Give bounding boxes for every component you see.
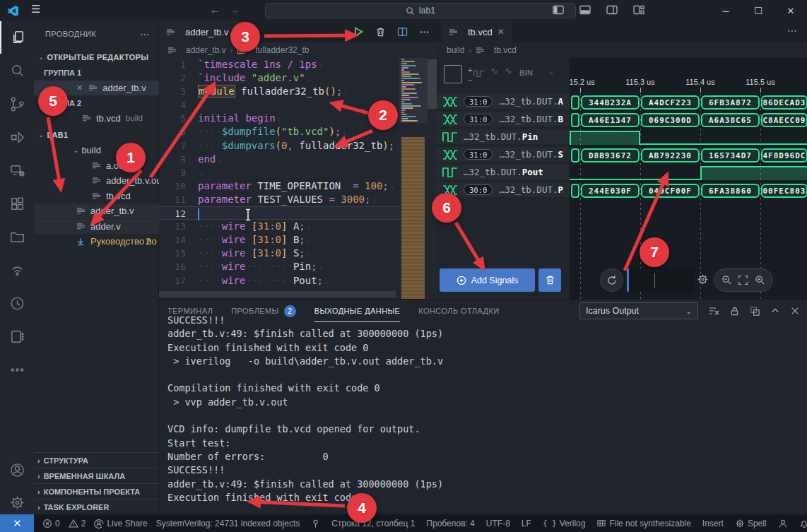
code-editor[interactable]: 1`timescale 1ns / 1ps↓2`include "adder.v… <box>159 58 399 299</box>
code-line-11[interactable]: 11parameter TEST_VALUES = 3000;↓ <box>159 193 399 206</box>
workspace-root[interactable]: ⌄LAB1 <box>34 127 159 142</box>
vertical-scrollbar[interactable] <box>428 58 437 299</box>
tree-file-adder.v[interactable]: adder.v <box>34 219 159 234</box>
code-line-8[interactable]: 8end↓ <box>159 153 399 166</box>
status-item-spell[interactable]: Spell <box>735 519 767 528</box>
command-center-search[interactable]: lab1 <box>265 3 576 18</box>
remove-signals-button[interactable] <box>538 268 561 292</box>
tab-close-icon[interactable]: ✕ <box>233 27 240 37</box>
activity-item-run-debug[interactable] <box>0 121 34 153</box>
signal-row-P[interactable]: 30:0…32_tb.DUT.P <box>437 182 570 197</box>
tree-file-adder_tb.v[interactable]: adder_tb.v <box>34 203 159 218</box>
breadcrumb-symbol[interactable]: fulladder32_tb <box>255 45 309 55</box>
code-line-14[interactable]: 14····wire [31:0] B;↓ <box>159 233 399 247</box>
trash-icon[interactable] <box>375 27 386 37</box>
run-button[interactable] <box>353 26 364 37</box>
remote-indicator[interactable] <box>0 514 34 532</box>
tree-folder-build[interactable]: ⌄build <box>34 143 159 158</box>
sidebar-section-структура[interactable]: ›СТРУКТУРА <box>34 452 159 468</box>
status-item-строка-12-столбец-1[interactable]: Строка 12, столбец 1 <box>331 519 415 528</box>
open-editors-header[interactable]: ⌄ОТКРЫТЫЕ РЕДАКТОРЫ <box>34 49 159 64</box>
output-console[interactable]: SUCCESS!!!adder_tb.v:49: $finish called … <box>167 314 796 511</box>
status-item-пробелов-4[interactable]: Пробелов: 4 <box>426 519 475 528</box>
code-line-5[interactable]: 5initial begin↓ <box>159 112 399 125</box>
open-editor-item[interactable]: ✕adder_tb.v <box>34 81 159 95</box>
status-item-language-status[interactable] <box>311 519 320 528</box>
customize-layout-icon[interactable] <box>633 5 644 15</box>
breadcrumb-file[interactable]: tb.vcd <box>494 45 517 55</box>
activity-item-wireless[interactable] <box>0 254 34 286</box>
collapse-icon[interactable]: − <box>468 76 472 84</box>
time-input[interactable] <box>627 268 693 292</box>
signal-row-Pin[interactable]: …32_tb.DUT.Pin <box>437 129 570 144</box>
activity-item-more[interactable] <box>0 353 34 386</box>
sidebar-section-task-explorer[interactable]: ›TASK EXPLORER <box>34 499 159 514</box>
code-line-3[interactable]: 3module fulladder32_tb();↓ <box>159 85 399 98</box>
status-item-0[interactable]: 0 <box>42 519 60 528</box>
status-item-utf-8[interactable]: UTF-8 <box>486 519 510 528</box>
tab-tbvcd[interactable]: tb.vcd ✕ <box>442 21 512 42</box>
code-line-15[interactable]: 15····wire [31:0] S;↓ <box>159 247 399 260</box>
tree-file-tb.vcd[interactable]: tb.vcd <box>34 189 159 203</box>
bus-format-icon[interactable] <box>473 69 485 78</box>
signal-row-S[interactable]: 31:0…32_tb.DUT.S <box>437 147 570 162</box>
zoom-out-icon[interactable] <box>721 275 732 285</box>
code-line-2[interactable]: 2`include "adder.v"↓ <box>159 71 399 85</box>
status-item-verilog[interactable]: { }Verilog <box>543 519 586 528</box>
code-line-6[interactable]: 6····$dumpfile("tb.vcd");↓ <box>159 125 399 138</box>
signal-row-A[interactable]: 31:0…32_tb.DUT.A <box>437 94 570 109</box>
code-line-1[interactable]: 1`timescale 1ns / 1ps↓ <box>159 58 399 71</box>
activity-item-notebook[interactable] <box>0 320 34 353</box>
zoom-in-icon[interactable] <box>755 275 765 285</box>
status-item-live-share[interactable]: Live Share <box>94 519 147 528</box>
status-item-systemverilog-24731-indexed-[interactable]: SystemVerilog: 24731 indexed objects <box>156 519 300 528</box>
code-line-4[interactable]: 4↓ <box>159 98 399 112</box>
waveform-breadcrumb[interactable]: build › tb.vcd <box>437 42 807 58</box>
menu-icon[interactable]: ☰ <box>31 3 40 16</box>
tree-file-Руководство по ...[interactable]: Руководство по ...2 <box>34 234 159 249</box>
code-line-13[interactable]: 13····wire [31:0] A;↓ <box>159 220 399 233</box>
tree-file-adder_tb.v.out[interactable]: adder_tb.v.out <box>34 173 159 188</box>
breadcrumb[interactable]: adder_tb.v › fulladder32_tb <box>159 42 437 58</box>
select-all-checkbox[interactable] <box>444 65 462 83</box>
code-line-12[interactable]: 12↓ <box>159 206 399 220</box>
horizontal-scrollbar[interactable] <box>159 291 396 297</box>
toggle-secondary-sidebar-icon[interactable] <box>606 5 618 15</box>
format-select[interactable]: BIN <box>519 69 533 77</box>
status-item-person[interactable] <box>778 519 788 528</box>
sidebar-section-компоненты-проекта[interactable]: ›КОМПОНЕНТЫ ПРОЕКТА <box>34 483 159 499</box>
activity-item-extensions[interactable] <box>0 187 34 220</box>
tree-file-a.out1[interactable]: a.out1 <box>34 158 159 173</box>
sidebar-section-временная-шкала[interactable]: ›ВРЕМЕННАЯ ШКАЛА <box>34 468 159 483</box>
editor-group-label[interactable]: ГРУППА 1 <box>34 65 159 80</box>
editor-more-icon[interactable] <box>419 27 430 37</box>
forward-icon[interactable]: → <box>229 4 239 16</box>
editor-more-icon[interactable]: ⋯ <box>787 25 797 36</box>
maximize-icon[interactable]: ☐ <box>742 0 774 21</box>
expand-icon[interactable]: + <box>468 66 472 74</box>
fit-zoom-icon[interactable] <box>738 275 748 285</box>
activity-item-folder[interactable] <box>0 220 34 253</box>
tab-adder-tb[interactable]: adder_tb.v ✕ <box>159 21 248 42</box>
activity-item-account[interactable] <box>0 454 34 486</box>
breadcrumb-file[interactable]: adder_tb.v <box>186 45 226 55</box>
activity-item-remote-explorer[interactable] <box>0 154 34 187</box>
minimap[interactable] <box>399 58 428 299</box>
analog-wave-icon[interactable]: ∿ <box>490 66 498 76</box>
breadcrumb-folder[interactable]: build <box>447 45 464 55</box>
editor-group-label[interactable]: ГРУППА 2 <box>34 95 159 110</box>
status-item-lf[interactable]: LF <box>522 519 531 528</box>
split-editor-icon[interactable] <box>397 27 408 37</box>
signal-row-B[interactable]: 31:0…32_tb.DUT.B <box>437 112 570 126</box>
close-editor-icon[interactable]: ✕ <box>76 83 83 93</box>
open-editor-item[interactable]: tb.vcdbuild <box>34 111 159 126</box>
toggle-panel-icon[interactable] <box>579 5 591 15</box>
sidebar-more-icon[interactable]: ⋯ <box>140 28 150 40</box>
code-line-16[interactable]: 16····wire········Pin;↓ <box>159 260 399 273</box>
status-item-2[interactable]: 2 <box>69 519 86 528</box>
code-line-10[interactable]: 10parameter TIME_OPERATION = 100;↓ <box>159 179 399 193</box>
toggle-sidebar-icon[interactable] <box>553 5 564 15</box>
status-item-file-not-synthesizable[interactable]: File not synthesizable <box>596 519 690 528</box>
add-signals-button[interactable]: Add Signals <box>440 268 535 292</box>
analog-wave-icon[interactable]: ∿ <box>505 66 512 76</box>
